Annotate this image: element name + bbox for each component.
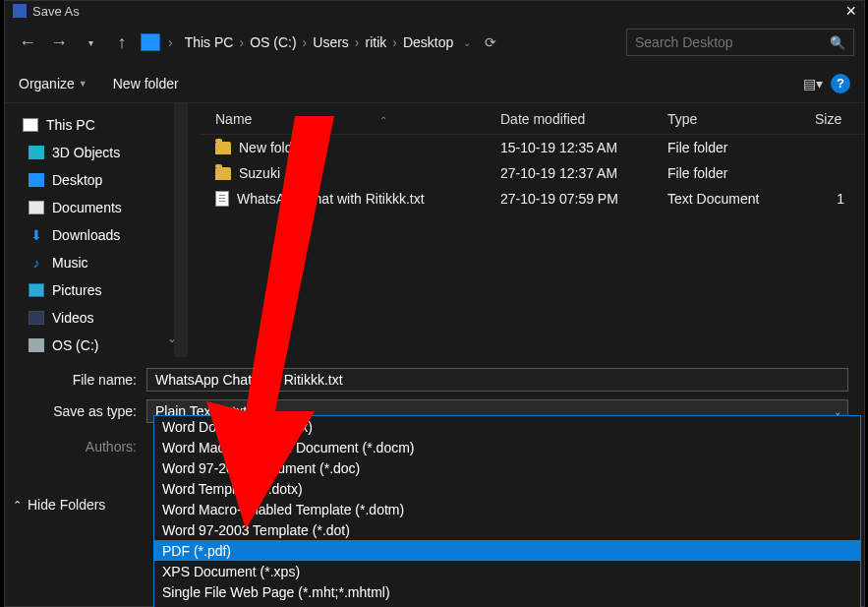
filename-input[interactable] <box>146 368 848 392</box>
search-icon[interactable]: 🔍 <box>830 35 845 50</box>
filename-label: File name: <box>21 372 146 388</box>
file-type: Text Document <box>662 191 809 207</box>
sort-indicator-icon: ⌃ <box>379 115 387 126</box>
col-name: Name⌃ <box>200 111 494 127</box>
table-row[interactable]: New folder15-10-19 12:35 AMFile folder <box>200 135 864 160</box>
back-button[interactable]: ← <box>15 30 40 55</box>
breadcrumb-item[interactable]: Desktop <box>399 34 457 50</box>
sidebar-item-desktop[interactable]: Desktop <box>5 166 188 194</box>
sidebar-item-videos[interactable]: Videos <box>5 304 188 332</box>
music-icon: ♪ <box>29 256 44 270</box>
sidebar-item-label: Desktop <box>52 172 102 188</box>
col-date: Date modified <box>494 111 662 127</box>
3d-objects-icon <box>29 146 44 159</box>
help-button[interactable]: ? <box>831 74 850 93</box>
window-title: Save As <box>32 4 80 19</box>
file-size: 1 <box>809 191 864 207</box>
type-option[interactable]: Single File Web Page (*.mht;*.mhtml) <box>154 581 860 602</box>
breadcrumb[interactable]: This PC›OS (C:)›Users›ritik›Desktop <box>181 34 458 50</box>
chevron-right-icon: › <box>353 34 362 50</box>
refresh-button[interactable]: ⟳ <box>485 34 496 50</box>
col-type: Type <box>662 111 809 127</box>
file-date: 27-10-19 12:37 AM <box>494 165 662 181</box>
sidebar-item-label: OS (C:) <box>52 337 98 353</box>
sidebar-scrollbar[interactable] <box>174 103 188 357</box>
sidebar-expand-icon[interactable]: ⌄ <box>167 332 177 345</box>
nav-row: ← → ▾ ↑ › This PC›OS (C:)›Users›ritik›De… <box>5 21 864 64</box>
sidebar-item-label: Pictures <box>52 282 102 298</box>
this-pc-icon <box>23 118 38 132</box>
folder-icon <box>215 142 231 154</box>
file-date: 15-10-19 12:35 AM <box>494 140 662 155</box>
file-date: 27-10-19 07:59 PM <box>494 191 662 207</box>
main-area: This PC3D ObjectsDesktopDocuments⬇Downlo… <box>5 103 864 357</box>
view-options-icon[interactable]: ▤▾ <box>803 76 823 91</box>
type-option[interactable]: PDF (*.pdf) <box>154 540 860 561</box>
location-icon <box>141 33 160 51</box>
chevron-right-icon: › <box>166 34 175 50</box>
os-c-icon <box>29 338 44 352</box>
type-option[interactable]: Word Macro-Enabled Template (*.dotm) <box>154 499 860 519</box>
breadcrumb-item[interactable]: OS (C:) <box>246 34 300 50</box>
hide-folders-button[interactable]: ⌃ Hide Folders <box>13 497 105 513</box>
splitter[interactable] <box>188 103 200 357</box>
file-icon <box>215 191 229 207</box>
desktop-icon <box>29 173 44 187</box>
save-as-dialog: Save As × ← → ▾ ↑ › This PC›OS (C:)›User… <box>4 0 865 607</box>
type-option[interactable]: Word 97-2003 Template (*.dot) <box>154 519 860 540</box>
sidebar-item-label: Documents <box>52 200 122 215</box>
recent-locations-button[interactable]: ▾ <box>78 30 103 55</box>
column-headers[interactable]: Name⌃ Date modified Type Size <box>200 103 864 135</box>
chevron-up-icon: ⌃ <box>13 499 22 512</box>
authors-label: Authors: <box>21 439 146 455</box>
titlebar: Save As × <box>5 1 864 21</box>
type-option[interactable]: Word Document (*.docx) <box>154 416 860 437</box>
file-type: File folder <box>662 165 809 181</box>
sidebar-item-label: 3D Objects <box>52 145 120 160</box>
sidebar-item-downloads[interactable]: ⬇Downloads <box>5 221 188 249</box>
documents-icon <box>29 201 44 214</box>
file-list-area: Name⌃ Date modified Type Size New folder… <box>200 103 864 357</box>
search-box[interactable]: 🔍 <box>626 29 854 56</box>
sidebar: This PC3D ObjectsDesktopDocuments⬇Downlo… <box>5 103 188 357</box>
type-option[interactable]: Word Template (*.dotx) <box>154 478 860 499</box>
file-name: New folder <box>239 140 305 155</box>
breadcrumb-item[interactable]: This PC <box>181 34 238 50</box>
chevron-right-icon: › <box>237 34 246 50</box>
table-row[interactable]: Suzuki27-10-19 12:37 AMFile folder <box>200 160 864 186</box>
sidebar-item-pictures[interactable]: Pictures <box>5 276 188 304</box>
app-icon <box>13 4 27 18</box>
type-option[interactable]: Word Macro-Enabled Document (*.docm) <box>154 437 860 457</box>
up-button[interactable]: ↑ <box>109 30 135 55</box>
file-type: File folder <box>662 140 809 155</box>
pictures-icon <box>29 283 44 297</box>
breadcrumb-item[interactable]: ritik <box>362 34 391 50</box>
col-size: Size <box>809 111 864 127</box>
sidebar-item-os-c[interactable]: OS (C:) <box>5 332 188 359</box>
table-row[interactable]: WhatsApp Chat with Ritikkk.txt27-10-19 0… <box>200 186 864 212</box>
sidebar-item-label: This PC <box>46 117 95 133</box>
search-input[interactable] <box>635 34 830 50</box>
forward-button[interactable]: → <box>46 30 72 55</box>
breadcrumb-item[interactable]: Users <box>309 34 353 50</box>
chevron-right-icon: › <box>390 34 399 50</box>
chevron-right-icon: › <box>301 34 310 50</box>
sidebar-item-documents[interactable]: Documents <box>5 194 188 221</box>
file-name: WhatsApp Chat with Ritikkk.txt <box>237 191 425 207</box>
type-option[interactable]: XPS Document (*.xps) <box>154 561 860 581</box>
downloads-icon: ⬇ <box>29 228 44 242</box>
toolbar: Organize▼ New folder ▤▾ ? <box>5 64 864 103</box>
close-icon[interactable]: × <box>845 4 856 18</box>
sidebar-item-music[interactable]: ♪Music <box>5 249 188 276</box>
videos-icon <box>29 311 44 325</box>
sidebar-item-label: Downloads <box>52 227 120 243</box>
breadcrumb-dropdown-icon[interactable]: ⌄ <box>463 37 471 48</box>
new-folder-button[interactable]: New folder <box>113 76 179 91</box>
type-option[interactable]: Word 97-2003 Document (*.doc) <box>154 457 860 478</box>
save-as-type-dropdown[interactable]: Word Document (*.docx)Word Macro-Enabled… <box>153 415 861 607</box>
sidebar-item-this-pc[interactable]: This PC <box>5 111 188 139</box>
sidebar-item-3d-objects[interactable]: 3D Objects <box>5 139 188 166</box>
organize-button[interactable]: Organize▼ <box>19 76 87 91</box>
type-option[interactable]: Web Page (*.htm;*.html) <box>154 602 860 607</box>
file-name: Suzuki <box>239 165 280 181</box>
